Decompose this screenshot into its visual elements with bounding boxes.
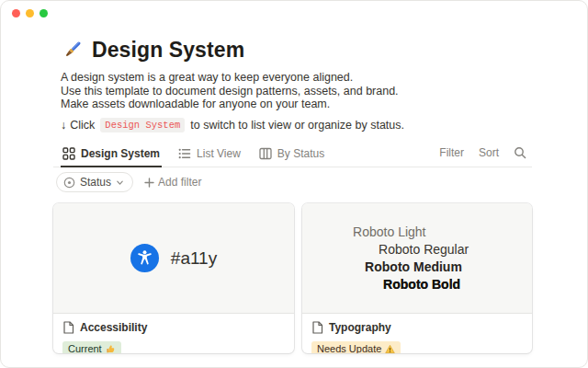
font-specimen-line: Roboto Regular bbox=[379, 241, 476, 259]
hint-text-after: to switch to list view or organize by st… bbox=[190, 119, 404, 132]
font-specimen-line: Roboto Light bbox=[353, 224, 450, 241]
tab-label: Design System bbox=[81, 147, 160, 160]
page-icon bbox=[62, 321, 74, 334]
tab-design-system[interactable]: Design System bbox=[61, 142, 162, 167]
close-window-button[interactable] bbox=[12, 9, 20, 17]
status-badge-needs-update: Needs Update bbox=[311, 341, 401, 353]
intro-line: Make assets downloadable for anyone on y… bbox=[61, 98, 399, 111]
status-badge-label: Current bbox=[68, 343, 102, 353]
add-filter-label: Add filter bbox=[158, 176, 201, 189]
card-preview-a11y: #a11y bbox=[53, 203, 294, 314]
intro-line: Use this template to document design pat… bbox=[61, 85, 399, 98]
accessibility-icon bbox=[130, 244, 159, 272]
hint-line: ↓ Click Design System to switch to list … bbox=[61, 118, 404, 132]
minimize-window-button[interactable] bbox=[26, 9, 34, 17]
paintbrush-icon bbox=[61, 39, 84, 62]
sort-button[interactable]: Sort bbox=[479, 146, 499, 159]
card-footer: Accessibility Current bbox=[53, 314, 294, 353]
page-header: Design System bbox=[61, 38, 244, 63]
font-specimen: Roboto Light Roboto Regular Roboto Mediu… bbox=[368, 224, 466, 293]
card-title: Accessibility bbox=[80, 321, 147, 334]
status-filter-chip[interactable]: Status bbox=[56, 172, 133, 192]
tab-list-view[interactable]: List View bbox=[176, 142, 243, 167]
tab-label: List View bbox=[197, 147, 241, 160]
warning-icon bbox=[385, 344, 395, 354]
status-badge-label: Needs Update bbox=[317, 343, 381, 353]
list-view-icon bbox=[178, 147, 191, 160]
hint-text-before: Click bbox=[70, 119, 95, 132]
card-title: Typography bbox=[329, 321, 391, 334]
board-view-icon bbox=[259, 147, 272, 160]
card-footer: Typography Needs Update bbox=[302, 314, 532, 353]
view-toolbar: Filter Sort bbox=[439, 146, 532, 167]
status-property-icon bbox=[63, 177, 75, 189]
view-tabs-bar: Design System List View bbox=[53, 142, 532, 167]
gallery-cards: #a11y Accessibility Current bbox=[53, 203, 532, 353]
add-filter-button[interactable]: Add filter bbox=[144, 176, 201, 189]
status-chip-label: Status bbox=[80, 176, 111, 189]
filter-button[interactable]: Filter bbox=[439, 146, 464, 159]
intro-text: A design system is a great way to keep e… bbox=[61, 71, 399, 111]
down-arrow-glyph: ↓ bbox=[61, 119, 66, 132]
search-icon bbox=[514, 146, 526, 159]
plus-icon bbox=[144, 178, 154, 188]
search-button[interactable] bbox=[514, 146, 526, 159]
zoom-window-button[interactable] bbox=[40, 9, 48, 17]
page-icon bbox=[311, 321, 323, 334]
thumbs-up-icon bbox=[106, 344, 116, 354]
tab-by-status[interactable]: By Status bbox=[257, 142, 326, 167]
card-preview-typography: Roboto Light Roboto Regular Roboto Mediu… bbox=[302, 203, 532, 314]
inline-code: Design System bbox=[100, 118, 185, 132]
card-accessibility[interactable]: #a11y Accessibility Current bbox=[53, 203, 294, 353]
app-window: Design System A design system is a great… bbox=[0, 0, 588, 368]
filter-bar: Status Add filter bbox=[56, 172, 201, 192]
card-typography[interactable]: Roboto Light Roboto Regular Roboto Mediu… bbox=[302, 203, 532, 353]
status-badge-current: Current bbox=[62, 341, 121, 353]
intro-line: A design system is a great way to keep e… bbox=[61, 71, 399, 85]
font-specimen-line: Roboto Bold bbox=[383, 276, 481, 293]
a11y-preview-content: #a11y bbox=[130, 244, 217, 272]
chevron-down-icon bbox=[116, 178, 124, 187]
tab-label: By Status bbox=[277, 147, 324, 160]
font-specimen-line: Roboto Medium bbox=[365, 259, 462, 276]
gallery-view-icon bbox=[62, 147, 75, 160]
a11y-tag-text: #a11y bbox=[171, 248, 217, 269]
window-controls bbox=[12, 9, 48, 17]
page-title: Design System bbox=[92, 38, 244, 63]
